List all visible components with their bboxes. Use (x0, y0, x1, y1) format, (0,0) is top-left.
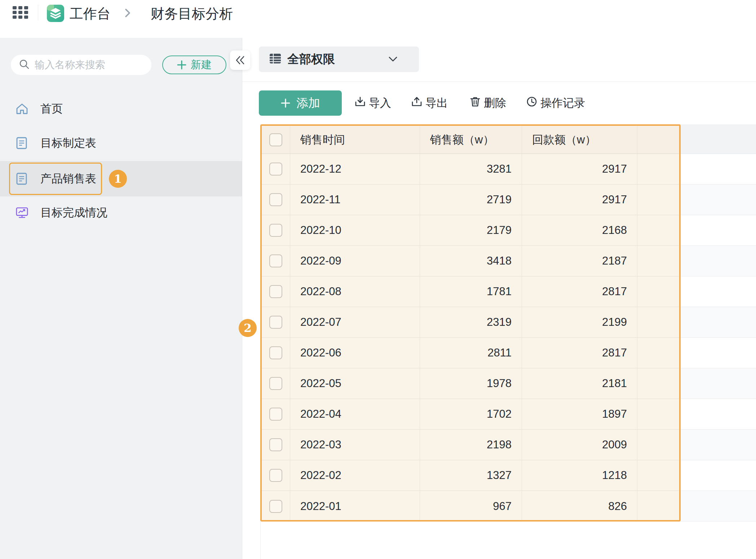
table-row: 2022-1232812917 (262, 154, 679, 185)
row-checkbox[interactable] (269, 163, 282, 176)
select-all-checkbox[interactable] (269, 133, 282, 146)
app-grid-icon[interactable] (13, 6, 28, 21)
cell-sales-time[interactable]: 2022-07 (290, 307, 420, 337)
row-checkbox[interactable] (269, 438, 282, 451)
cell-sales-time[interactable]: 2022-03 (290, 430, 420, 460)
cell-payment-amount[interactable]: 2181 (522, 368, 637, 399)
cell-sales-amount[interactable]: 1781 (420, 276, 522, 307)
column-header-payment-amount[interactable]: 回款额（w） (522, 126, 637, 154)
cell-empty (637, 307, 679, 337)
annotation-badge-2: 2 (239, 319, 257, 337)
sidebar-item-label: 产品销售表 (40, 171, 96, 186)
breadcrumb-page-title[interactable]: 财务目标分析 (151, 5, 233, 23)
export-label: 导出 (425, 96, 448, 111)
cell-payment-amount[interactable]: 1897 (522, 399, 637, 429)
sidebar-collapse-button[interactable] (230, 50, 250, 70)
cell-sales-amount[interactable]: 2319 (420, 307, 522, 337)
main-content: 全部权限 添加 导入 导出 删除 (242, 0, 756, 559)
table-header-row: 销售时间 销售额（w） 回款额（w） (262, 126, 679, 154)
cell-payment-amount[interactable]: 2199 (522, 307, 637, 337)
cell-payment-amount[interactable]: 1218 (522, 460, 637, 491)
sidebar-item-label: 目标制定表 (40, 136, 96, 151)
permission-selector[interactable]: 全部权限 (259, 46, 419, 72)
cell-payment-amount[interactable]: 826 (522, 491, 637, 522)
search-input[interactable] (35, 59, 143, 71)
sidebar-item-product-sales[interactable]: 产品销售表 1 (0, 161, 242, 196)
cell-empty (637, 185, 679, 215)
add-button[interactable]: 添加 (259, 90, 342, 116)
sidebar-search[interactable] (11, 55, 151, 75)
workspace-logo-icon[interactable] (47, 5, 64, 23)
row-extension (681, 368, 756, 399)
cell-sales-time[interactable]: 2022-06 (290, 338, 420, 368)
table-row: 2022-0628112817 (262, 338, 679, 368)
sidebar-item-goal-setting[interactable]: 目标制定表 (0, 125, 242, 161)
cell-payment-amount[interactable]: 2168 (522, 215, 637, 245)
sidebar-item-goal-completion[interactable]: 目标完成情况 (0, 195, 242, 230)
row-extension (681, 338, 756, 368)
column-header-sales-amount[interactable]: 销售额（w） (420, 126, 522, 154)
row-checkbox[interactable] (269, 254, 282, 267)
table-row: 2022-0723192199 (262, 307, 679, 338)
cell-sales-time[interactable]: 2022-10 (290, 215, 420, 245)
cell-sales-amount[interactable]: 2198 (420, 430, 522, 460)
cell-payment-amount[interactable]: 2817 (522, 276, 637, 307)
table-row: 2022-0417021897 (262, 399, 679, 430)
data-table: 销售时间 销售额（w） 回款额（w） 2022-12328129172022-1… (260, 124, 681, 522)
cell-sales-time[interactable]: 2022-01 (290, 491, 420, 522)
cell-sales-time[interactable]: 2022-09 (290, 246, 420, 276)
cell-payment-amount[interactable]: 2917 (522, 154, 637, 184)
export-button[interactable]: 导出 (411, 96, 448, 111)
row-checkbox[interactable] (269, 500, 282, 513)
cell-sales-amount[interactable]: 1978 (420, 368, 522, 399)
cell-sales-time[interactable]: 2022-02 (290, 460, 420, 491)
cell-payment-amount[interactable]: 2917 (522, 185, 637, 215)
new-button[interactable]: 新建 (162, 56, 226, 74)
cell-sales-time[interactable]: 2022-08 (290, 276, 420, 307)
delete-button[interactable]: 删除 (469, 96, 506, 111)
cell-payment-amount[interactable]: 2187 (522, 246, 637, 276)
cell-sales-time[interactable]: 2022-11 (290, 185, 420, 215)
breadcrumb-workspace[interactable]: 工作台 (70, 5, 111, 23)
row-checkbox[interactable] (269, 285, 282, 298)
cell-sales-time[interactable]: 2022-12 (290, 154, 420, 184)
row-checkbox[interactable] (269, 377, 282, 390)
import-button[interactable]: 导入 (354, 96, 391, 111)
row-extension (681, 491, 756, 522)
row-extension (681, 154, 756, 185)
cell-sales-amount[interactable]: 967 (420, 491, 522, 522)
cell-payment-amount[interactable]: 2009 (522, 430, 637, 460)
toolbar-divider (242, 81, 756, 82)
document-icon (16, 172, 28, 185)
cell-sales-amount[interactable]: 3418 (420, 246, 522, 276)
cell-sales-amount[interactable]: 2811 (420, 338, 522, 368)
row-checkbox[interactable] (269, 193, 282, 206)
cell-sales-time[interactable]: 2022-04 (290, 399, 420, 429)
row-checkbox[interactable] (269, 224, 282, 237)
document-icon (16, 137, 28, 150)
table-row: 2022-0519782181 (262, 368, 679, 399)
cell-empty (637, 246, 679, 276)
monitor-chart-icon (16, 206, 28, 219)
sidebar-item-home[interactable]: 首页 (0, 91, 242, 127)
row-checkbox[interactable] (269, 346, 282, 359)
row-checkbox[interactable] (269, 408, 282, 421)
column-header-sales-time[interactable]: 销售时间 (290, 126, 420, 154)
cell-sales-amount[interactable]: 1702 (420, 399, 522, 429)
history-button[interactable]: 操作记录 (526, 96, 585, 111)
cell-sales-amount[interactable]: 2179 (420, 215, 522, 245)
row-extension (681, 430, 756, 460)
cell-sales-amount[interactable]: 1327 (420, 460, 522, 491)
cell-payment-amount[interactable]: 2817 (522, 338, 637, 368)
row-checkbox[interactable] (269, 469, 282, 482)
row-checkbox[interactable] (269, 316, 282, 329)
cell-sales-amount[interactable]: 2719 (420, 185, 522, 215)
cell-sales-time[interactable]: 2022-05 (290, 368, 420, 399)
table-row: 2022-0213271218 (262, 460, 679, 491)
cell-empty (637, 491, 679, 522)
cell-sales-amount[interactable]: 3281 (420, 154, 522, 184)
import-icon (354, 96, 366, 110)
search-icon (19, 59, 30, 71)
chevron-down-icon (389, 57, 397, 63)
row-extension (681, 246, 756, 276)
